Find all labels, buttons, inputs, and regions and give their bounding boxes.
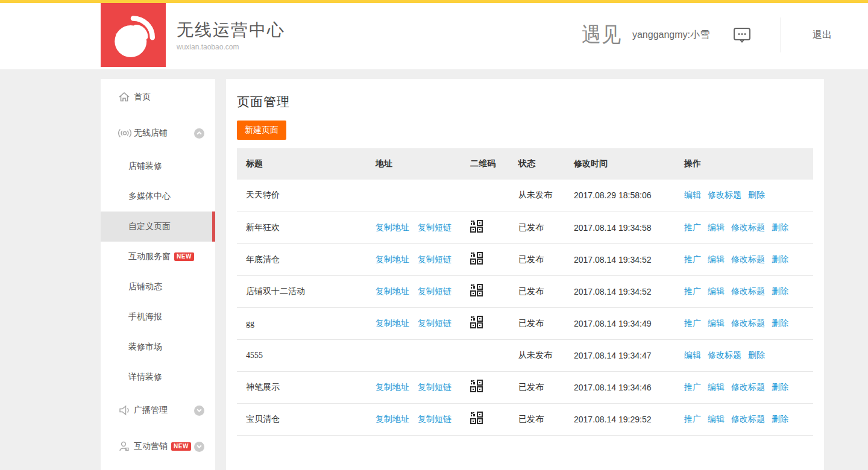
sidebar-item-mobile-poster[interactable]: 手机海报 — [101, 302, 215, 332]
copy-shortlink-link[interactable]: 复制短链 — [418, 319, 451, 328]
app-header: 无线运营中心 wuxian.taobao.com 遇见 yanggangmy:小… — [0, 3, 868, 69]
copy-shortlink-link[interactable]: 复制短链 — [418, 223, 451, 232]
column-header: 操作 — [675, 148, 813, 180]
operation-link[interactable]: 编辑 — [708, 415, 725, 424]
header-divider — [781, 17, 781, 52]
username-text: yanggangmy:小雪 — [632, 29, 709, 42]
qr-cell — [461, 403, 509, 435]
operation-link[interactable]: 删除 — [748, 190, 765, 199]
qr-code-icon[interactable] — [470, 284, 483, 296]
operation-link[interactable]: 修改标题 — [731, 223, 765, 232]
status-cell: 已发布 — [509, 307, 565, 339]
operation-link[interactable]: 修改标题 — [731, 319, 765, 328]
operation-link[interactable]: 删除 — [772, 255, 788, 264]
operation-link[interactable]: 删除 — [748, 351, 765, 360]
column-header: 二维码 — [461, 148, 509, 180]
qr-code-icon[interactable] — [470, 252, 483, 265]
sidebar-item-detail-decoration[interactable]: 详情装修 — [101, 362, 215, 392]
qr-code-icon[interactable] — [470, 380, 483, 392]
sidebar-item-shop-dynamics[interactable]: 店铺动态 — [101, 272, 215, 302]
operation-link[interactable]: 修改标题 — [731, 415, 765, 424]
chevron-down-icon[interactable] — [194, 406, 204, 416]
operation-link[interactable]: 推广 — [684, 255, 701, 264]
copy-address-link[interactable]: 复制地址 — [376, 415, 409, 424]
operation-link[interactable]: 推广 — [684, 319, 701, 328]
operation-link[interactable]: 编辑 — [708, 383, 725, 392]
logout-button[interactable]: 退出 — [813, 29, 832, 42]
copy-shortlink-link[interactable]: 复制短链 — [418, 287, 451, 296]
sidebar-item-decoration-market[interactable]: 装修市场 — [101, 332, 215, 362]
operation-link[interactable]: 修改标题 — [731, 287, 765, 296]
sidebar-item-custom-pages[interactable]: 自定义页面 — [101, 212, 215, 242]
sidebar-item-label: 店铺动态 — [128, 281, 162, 292]
operations-cell: 推广编辑修改标题删除 — [675, 275, 813, 307]
chevron-up-icon[interactable] — [194, 128, 204, 139]
user-avatar-mark: 遇见 — [582, 20, 621, 49]
page-title-cell: 新年狂欢 — [237, 212, 366, 243]
copy-address-link[interactable]: 复制地址 — [376, 223, 409, 232]
sidebar-item-label: 多媒体中心 — [128, 191, 171, 202]
operation-link[interactable]: 编辑 — [684, 351, 701, 360]
operation-link[interactable]: 编辑 — [708, 223, 725, 232]
operations-cell: 编辑修改标题删除 — [675, 339, 813, 371]
message-icon[interactable] — [732, 26, 752, 44]
app-title-block: 无线运营中心 wuxian.taobao.com — [177, 19, 285, 51]
operation-link[interactable]: 修改标题 — [731, 383, 765, 392]
operation-link[interactable]: 删除 — [772, 383, 788, 392]
copy-address-link[interactable]: 复制地址 — [376, 287, 409, 296]
operation-link[interactable]: 编辑 — [708, 255, 725, 264]
sidebar-item-label: 装修市场 — [128, 342, 162, 352]
operation-link[interactable]: 推广 — [684, 287, 701, 296]
status-cell: 已发布 — [509, 212, 565, 243]
operation-link[interactable]: 推广 — [684, 383, 701, 392]
page-title-cell: 4555 — [237, 339, 366, 371]
modified-time-cell: 2017.08.29 18:58:06 — [565, 180, 675, 212]
operation-link[interactable]: 删除 — [772, 415, 788, 424]
copy-shortlink-link[interactable]: 复制短链 — [418, 415, 451, 424]
qr-cell — [461, 371, 509, 403]
operation-link[interactable]: 编辑 — [708, 287, 725, 296]
operation-link[interactable]: 推广 — [684, 415, 701, 424]
qr-code-icon[interactable] — [470, 316, 483, 328]
page-title-cell: 宝贝清仓 — [237, 403, 366, 435]
sidebar-item-home[interactable]: 首页 — [101, 79, 215, 115]
operation-link[interactable]: 删除 — [772, 319, 788, 328]
operation-link[interactable]: 编辑 — [684, 190, 701, 199]
operation-link[interactable]: 修改标题 — [708, 190, 741, 199]
operation-link[interactable]: 修改标题 — [708, 351, 741, 360]
sidebar-item-multimedia-center[interactable]: 多媒体中心 — [101, 181, 215, 212]
address-cell: 复制地址复制短链 — [366, 307, 461, 339]
operation-link[interactable]: 编辑 — [708, 319, 725, 328]
operation-link[interactable]: 删除 — [772, 287, 788, 296]
pages-table: 标题地址二维码状态修改时间操作 天天特价从未发布2017.08.29 18:58… — [237, 148, 813, 436]
column-header: 地址 — [366, 148, 461, 180]
qr-code-icon[interactable] — [470, 220, 483, 233]
sidebar-item-interactive-service-window[interactable]: 互动服务窗NEW — [101, 242, 215, 272]
new-page-button[interactable]: 新建页面 — [237, 121, 286, 140]
wireless-bubble-icon — [101, 58, 166, 69]
column-header: 标题 — [237, 148, 366, 180]
copy-address-link[interactable]: 复制地址 — [376, 319, 409, 328]
address-cell: 复制地址复制短链 — [366, 243, 461, 275]
qr-code-icon[interactable] — [470, 412, 483, 424]
copy-shortlink-link[interactable]: 复制短链 — [418, 383, 451, 392]
copy-shortlink-link[interactable]: 复制短链 — [418, 255, 451, 264]
chevron-down-icon[interactable] — [194, 442, 204, 452]
copy-address-link[interactable]: 复制地址 — [376, 383, 409, 392]
sidebar-item-shop-decoration[interactable]: 店铺装修 — [101, 151, 215, 181]
sidebar-item-label: 无线店铺 — [134, 128, 168, 139]
copy-address-link[interactable]: 复制地址 — [376, 255, 409, 264]
address-cell: 复制地址复制短链 — [366, 371, 461, 403]
address-cell: 复制地址复制短链 — [366, 212, 461, 243]
table-row: 4555从未发布2017.08.14 19:34:47编辑修改标题删除 — [237, 339, 813, 371]
user-icon — [118, 440, 134, 453]
sidebar-item-interactive-marketing[interactable]: 互动营销NEW — [101, 428, 215, 465]
operation-link[interactable]: 修改标题 — [731, 255, 765, 264]
app-logo[interactable] — [101, 3, 166, 67]
operation-link[interactable]: 删除 — [772, 223, 788, 232]
sidebar-item-broadcast-management[interactable]: 广播管理 — [101, 392, 215, 428]
operation-link[interactable]: 推广 — [684, 223, 701, 232]
sidebar-item-wireless-shop[interactable]: 无线店铺 — [101, 115, 215, 151]
status-cell: 已发布 — [509, 403, 565, 435]
sidebar-item-label: 首页 — [134, 92, 151, 102]
